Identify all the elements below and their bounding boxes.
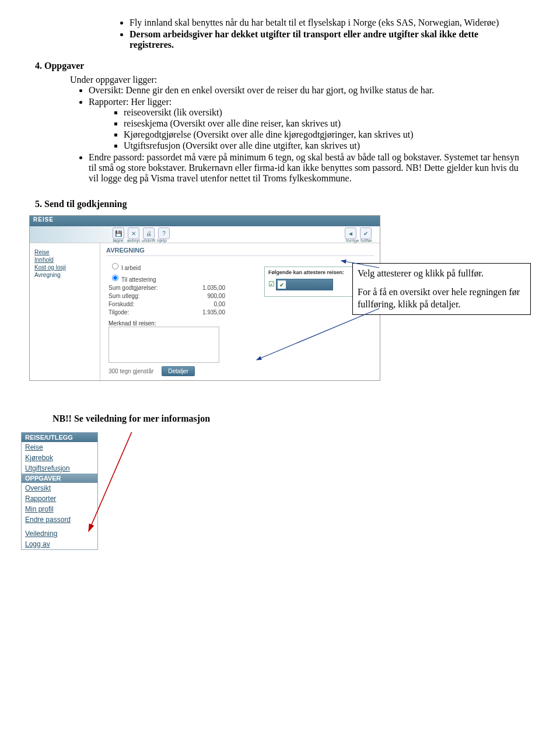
tegn-gjenstar: 300 tegn gjenstår bbox=[108, 368, 153, 374]
bullet-endre-passord: Endre passord: passordet må være på mini… bbox=[89, 152, 525, 184]
prev-icon[interactable]: ◄ bbox=[345, 227, 356, 239]
app-window: REISE 💾 ✕ 🖨 ? lagre avbryt utskrift hjel… bbox=[29, 215, 380, 381]
menu-item-oversikt[interactable]: Oversikt bbox=[22, 483, 97, 493]
detaljer-button[interactable]: Detaljer bbox=[162, 366, 194, 376]
bullet-arbeidsgiver: Dersom arbeidsgiver har dekket utgifter … bbox=[130, 29, 525, 50]
bullet-fly-innland: Fly innland skal benyttes når du har bet… bbox=[130, 17, 525, 28]
menu-item-endrepassord[interactable]: Endre passord bbox=[22, 514, 97, 525]
sub-kjoregodt: Kjøregodtgjørelse (Oversikt over alle di… bbox=[124, 129, 525, 140]
val-sumgodt: 1.035,00 bbox=[178, 285, 225, 291]
app-tab-reise[interactable]: REISE bbox=[30, 216, 380, 226]
screenshot-avregning: REISE 💾 ✕ 🖨 ? lagre avbryt utskrift hjel… bbox=[35, 215, 525, 390]
lbl-sumgodt: Sum godtgjørelser: bbox=[108, 285, 178, 291]
sub-reiseskjema: reiseskjema (Oversikt over alle dine rei… bbox=[124, 118, 525, 129]
sidebar-reise[interactable]: Reise bbox=[34, 249, 95, 255]
menu-item-rapporter[interactable]: Rapporter bbox=[22, 493, 97, 504]
menu-item-minprofil[interactable]: Min profil bbox=[22, 504, 97, 514]
sub-reiseoversikt: reiseoversikt (lik oversikt) bbox=[124, 107, 525, 118]
radio-attestering[interactable] bbox=[112, 275, 118, 281]
menu-item-loggav[interactable]: Logg av bbox=[22, 539, 97, 549]
callout-box: Velg attesterer og klikk på fullfør. For… bbox=[352, 263, 531, 315]
attest-selector[interactable]: ✔ bbox=[276, 279, 333, 290]
sidebar-avregning[interactable]: Avregning bbox=[34, 272, 95, 278]
val-forskudd: 0,00 bbox=[178, 301, 225, 307]
menu-header-reise: REISE/UTLEGG bbox=[22, 433, 97, 442]
heading-send: 5. Send til godkjenning bbox=[35, 199, 525, 209]
top-bullet-block: Fly innland skal benyttes når du har bet… bbox=[111, 17, 525, 50]
finish-icon[interactable]: ✔ bbox=[360, 227, 372, 239]
callout-line1: Velg attesterer og klikk på fullfør. bbox=[358, 267, 526, 280]
under-oppgaver-label: Under oppgaver ligger: bbox=[70, 75, 525, 85]
section-title-avregning: AVREGNING bbox=[106, 247, 374, 256]
toolbar-avbryt-label: avbryt bbox=[127, 238, 138, 243]
lbl-sumutl: Sum utlegg: bbox=[108, 293, 178, 299]
merknad-label: Merknad til reisen: bbox=[108, 320, 374, 327]
nb-veiledning: NB!! Se veiledning for mer informasjon bbox=[52, 413, 525, 424]
toolbar-forrige-label: forrige bbox=[346, 238, 357, 243]
merknad-textarea[interactable] bbox=[108, 327, 219, 363]
radio-attestering-label: Til attestering bbox=[121, 276, 156, 283]
menu-item-utgiftsrefusjon[interactable]: Utgiftsrefusjon bbox=[22, 463, 97, 474]
print-icon[interactable]: 🖨 bbox=[143, 227, 155, 239]
bullet-oversikt: Oversikt: Denne gir den en enkel oversik… bbox=[89, 85, 525, 96]
menu-item-kjorebok[interactable]: Kjørebok bbox=[22, 453, 97, 463]
bullet-rapporter: Rapporter: Her ligger: reiseoversikt (li… bbox=[89, 97, 525, 151]
radio-iarbeid[interactable] bbox=[112, 263, 118, 269]
val-sumutl: 900,00 bbox=[178, 293, 225, 299]
attest-check-icon[interactable]: ☑ bbox=[268, 280, 275, 288]
menu-header-oppgaver: OPPGAVER bbox=[22, 474, 97, 483]
sidebar-innhold[interactable]: Innhold bbox=[34, 257, 95, 263]
menu-item-veiledning[interactable]: Veiledning bbox=[22, 528, 97, 539]
toolbar-lagre-label: lagre bbox=[113, 238, 124, 243]
callout-line2: For å få en oversikt over hele regningen… bbox=[358, 286, 526, 311]
sidebar-kost[interactable]: Kost og losji bbox=[34, 264, 95, 271]
val-tilgode: 1.935,00 bbox=[178, 309, 225, 316]
help-icon[interactable]: ? bbox=[158, 227, 170, 239]
cancel-icon[interactable]: ✕ bbox=[128, 227, 139, 239]
toolbar-utskrift-label: utskrift bbox=[142, 238, 153, 243]
heading-oppgaver: 4. Oppgaver bbox=[35, 61, 525, 71]
menu-item-reise[interactable]: Reise bbox=[22, 442, 97, 453]
save-icon[interactable]: 💾 bbox=[113, 227, 124, 239]
menu-panel: REISE/UTLEGG Reise Kjørebok Utgiftsrefus… bbox=[21, 432, 98, 550]
toolbar-hjelp-label: hjelp bbox=[156, 238, 167, 243]
sub-utgiftsrefusjon: Utgiftsrefusjon (Oversikt over alle dine… bbox=[124, 141, 525, 151]
radio-iarbeid-label: I arbeid bbox=[121, 265, 141, 271]
toolbar-fullfor-label: fullfør bbox=[360, 238, 372, 243]
lbl-tilgode: Tilgode: bbox=[108, 309, 178, 316]
lbl-forskudd: Forskudd: bbox=[108, 301, 178, 307]
